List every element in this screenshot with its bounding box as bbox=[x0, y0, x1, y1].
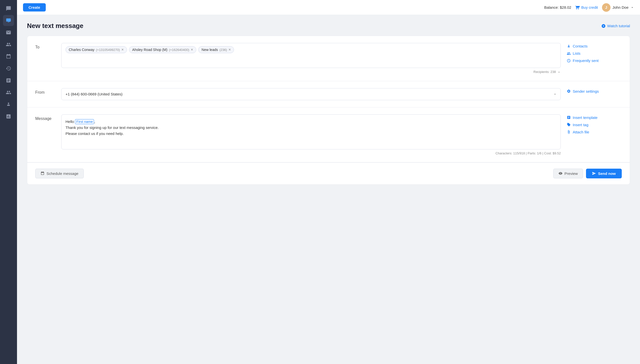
contacts-icon bbox=[567, 44, 571, 48]
page-header: New text message Watch tutorial bbox=[27, 22, 630, 30]
from-main: +1 (844) 600-0669 (United States) bbox=[61, 88, 561, 100]
balance-label: Balance: $28.02 bbox=[544, 5, 571, 10]
insert-template-label: Insert template bbox=[573, 116, 597, 120]
message-line3: Please contact us if you need help. bbox=[66, 132, 124, 136]
attach-icon bbox=[567, 130, 571, 134]
message-side: Insert template Insert tag Attach file bbox=[567, 114, 622, 155]
action-right: Preview Send now bbox=[553, 169, 622, 178]
recipient-tag-charles: Charles Conway (+13105499270) × bbox=[66, 46, 127, 53]
sidebar-item-calendar[interactable] bbox=[3, 51, 14, 62]
recipients-count: Recipients: 238 bbox=[61, 70, 561, 74]
chevron-down-icon bbox=[557, 70, 561, 74]
cart-icon bbox=[575, 5, 580, 10]
sidebar-item-contacts[interactable] bbox=[3, 39, 14, 50]
insert-tag-link[interactable]: Insert tag bbox=[567, 123, 622, 127]
message-hello: Hello bbox=[66, 120, 74, 124]
sidebar-item-sms[interactable] bbox=[3, 15, 14, 26]
page-title: New text message bbox=[27, 22, 83, 30]
watch-tutorial-label: Watch tutorial bbox=[607, 24, 630, 28]
action-bar: Schedule message Preview Send now bbox=[27, 162, 630, 184]
tag-icon bbox=[567, 123, 571, 127]
lists-icon bbox=[567, 52, 571, 56]
lists-link[interactable]: Lists bbox=[567, 51, 622, 56]
sidebar-item-teams[interactable] bbox=[3, 87, 14, 98]
send-label: Send now bbox=[598, 172, 616, 176]
sender-settings-label: Sender settings bbox=[573, 89, 599, 94]
form-card: To Charles Conway (+13105499270) × Ahsle… bbox=[27, 36, 630, 184]
schedule-label: Schedule message bbox=[47, 172, 79, 176]
play-icon bbox=[601, 24, 606, 28]
recipient-name: New leads bbox=[202, 48, 218, 52]
message-main: Hello First name, Thank you for signing … bbox=[61, 114, 561, 155]
buy-credit-label: Buy credit bbox=[581, 5, 598, 10]
send-icon bbox=[592, 172, 596, 176]
sidebar-item-tasks[interactable] bbox=[3, 75, 14, 86]
svg-rect-0 bbox=[6, 18, 11, 22]
recipient-tag-newleads: New leads (236) × bbox=[198, 46, 234, 53]
to-main: Charles Conway (+13105499270) × Ahsley R… bbox=[61, 43, 561, 74]
sidebar-item-history[interactable] bbox=[3, 63, 14, 74]
lists-label: Lists bbox=[573, 51, 580, 56]
preview-button[interactable]: Preview bbox=[553, 169, 583, 178]
from-section: From +1 (844) 600-0669 (United States) S… bbox=[27, 81, 630, 108]
content-area: New text message Watch tutorial To Charl… bbox=[17, 15, 640, 364]
sidebar-item-inbox[interactable] bbox=[3, 27, 14, 38]
gear-icon bbox=[567, 89, 571, 93]
to-section: To Charles Conway (+13105499270) × Ahsle… bbox=[27, 36, 630, 81]
insert-tag-label: Insert tag bbox=[573, 123, 588, 127]
to-label: To bbox=[35, 43, 55, 74]
remove-newleads-btn[interactable]: × bbox=[229, 48, 231, 52]
frequently-sent-label: Frequently sent bbox=[573, 58, 598, 63]
recipient-phone: (+162640400) bbox=[169, 48, 189, 52]
schedule-message-button[interactable]: Schedule message bbox=[35, 169, 84, 178]
contacts-label: Contacts bbox=[573, 44, 587, 48]
to-side: Contacts Lists Frequently sent bbox=[567, 43, 622, 74]
frequently-sent-link[interactable]: Frequently sent bbox=[567, 58, 622, 63]
recipient-phone: (+13105499270) bbox=[96, 48, 120, 52]
attach-file-label: Attach file bbox=[573, 130, 589, 134]
contacts-link[interactable]: Contacts bbox=[567, 44, 622, 48]
avatar: J bbox=[602, 3, 610, 12]
recipient-name: Charles Conway bbox=[69, 48, 95, 52]
topbar: Create Balance: $28.02 Buy credit J John… bbox=[17, 0, 640, 15]
buy-credit-link[interactable]: Buy credit bbox=[575, 5, 598, 10]
message-meta: Characters: 115/918 | Parts: 1/6 | Cost:… bbox=[61, 152, 561, 155]
user-menu[interactable]: J John Doe bbox=[602, 3, 634, 12]
sidebar-item-compose[interactable] bbox=[3, 3, 14, 14]
remove-charles-btn[interactable]: × bbox=[122, 48, 124, 52]
from-side: Sender settings bbox=[567, 88, 622, 100]
first-name-tag[interactable]: First name bbox=[75, 119, 94, 124]
template-icon bbox=[567, 116, 571, 120]
sidebar-item-analytics[interactable] bbox=[3, 111, 14, 122]
chevron-down-icon bbox=[630, 6, 634, 9]
remove-ahsley-btn[interactable]: × bbox=[191, 48, 193, 52]
send-now-button[interactable]: Send now bbox=[586, 169, 622, 178]
user-name: John Doe bbox=[612, 5, 628, 10]
recipient-tag-ahsley: Ahsley Road Shop (M) (+162640400) × bbox=[129, 46, 197, 53]
recipient-name: Ahsley Road Shop (M) bbox=[132, 48, 168, 52]
sidebar bbox=[0, 0, 17, 364]
from-label: From bbox=[35, 88, 55, 100]
message-line2: Thank you for signing up for our text me… bbox=[66, 126, 159, 130]
calendar-icon bbox=[41, 172, 45, 176]
from-phone-select[interactable]: +1 (844) 600-0669 (United States) bbox=[61, 88, 561, 100]
main-area: Create Balance: $28.02 Buy credit J John… bbox=[17, 0, 640, 364]
message-label: Message bbox=[35, 114, 55, 155]
create-button[interactable]: Create bbox=[23, 3, 46, 12]
eye-icon bbox=[558, 172, 562, 176]
recipient-phone: (236) bbox=[220, 48, 227, 52]
attach-file-link[interactable]: Attach file bbox=[567, 130, 622, 134]
recipients-field[interactable]: Charles Conway (+13105499270) × Ahsley R… bbox=[61, 43, 561, 68]
from-phone-dropdown[interactable]: +1 (844) 600-0669 (United States) bbox=[66, 92, 556, 96]
preview-label: Preview bbox=[564, 172, 578, 176]
insert-template-link[interactable]: Insert template bbox=[567, 116, 622, 120]
clock-icon bbox=[567, 59, 571, 63]
watch-tutorial-link[interactable]: Watch tutorial bbox=[601, 24, 630, 28]
message-section: Message Hello First name, Thank you for … bbox=[27, 108, 630, 162]
sender-settings-link[interactable]: Sender settings bbox=[567, 89, 622, 94]
message-display[interactable]: Hello First name, Thank you for signing … bbox=[61, 114, 561, 150]
message-comma: , bbox=[94, 120, 95, 124]
sidebar-item-account[interactable] bbox=[3, 99, 14, 110]
